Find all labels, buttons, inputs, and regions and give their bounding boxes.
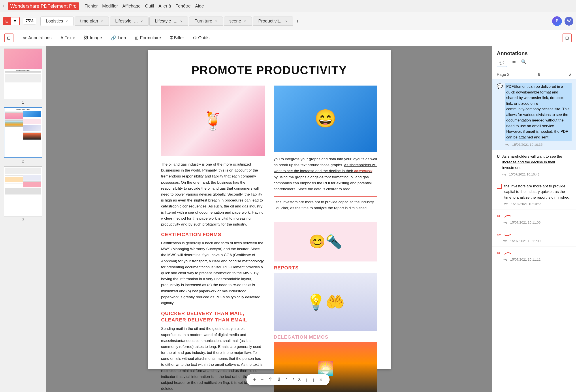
annotation-curve-6 bbox=[503, 250, 512, 257]
thumbnail-page-1[interactable]: PROMOTE PRODUCTIVITY 1 bbox=[2, 49, 44, 105]
apple-icon[interactable]:  bbox=[3, 4, 4, 8]
page-total: 3 bbox=[298, 377, 301, 382]
annotation-user-5: ws bbox=[503, 239, 507, 243]
thumbnail-page-2[interactable]: PROMOTE PRODUCTIVITY bbox=[2, 107, 44, 164]
annotation-icon-4: ✏ bbox=[497, 213, 501, 224]
menu-outil[interactable]: Outil bbox=[145, 3, 154, 9]
titlebar:  Wondershare PDFelement Pro Fichier Mod… bbox=[0, 0, 576, 12]
page-two-col: 🍹 The oil and gas industry is one of the… bbox=[161, 85, 377, 392]
texte-button[interactable]: A Texte bbox=[57, 33, 79, 42]
menu-fenetre[interactable]: Fenêtre bbox=[175, 3, 191, 9]
cert-title: CERTIFICATION FORMS bbox=[161, 232, 265, 237]
prev-page-button[interactable]: ↑ bbox=[305, 377, 308, 383]
thumbnail-page-3[interactable]: 3 bbox=[2, 166, 44, 222]
tab-furniture[interactable]: Furniture ✕ bbox=[189, 17, 223, 26]
next-page-button[interactable]: ↓ bbox=[312, 377, 315, 383]
annotation-user-1: ws bbox=[505, 143, 509, 146]
annotation-text-1: PDFElement can be delivered in a quick d… bbox=[505, 83, 572, 141]
go-to-bottom-button[interactable]: ⇓ bbox=[277, 377, 281, 383]
tab-close-lifestyle1[interactable]: ✕ bbox=[140, 20, 143, 23]
annotations-count: 6 bbox=[538, 72, 540, 77]
go-to-top-button[interactable]: ⇑ bbox=[268, 377, 273, 383]
tab-scene[interactable]: scene ✕ bbox=[224, 17, 252, 26]
annotation-user-3: ws bbox=[504, 202, 508, 206]
page-current: 1 bbox=[286, 377, 288, 382]
grid-tool-button[interactable]: ⊞ bbox=[4, 33, 13, 42]
delivery-title: QUICKER DELIVERY THAN MAIL, CLEARER DELI… bbox=[161, 311, 265, 323]
tab-timeplan[interactable]: time plan ✕ bbox=[75, 17, 109, 26]
menu-modifier[interactable]: Modifier bbox=[102, 3, 118, 9]
underlined-text: As shareholders will want to see the inc… bbox=[274, 163, 377, 173]
delegation-title: DELEGATION MEMOS bbox=[274, 334, 377, 340]
tab-close-logistics[interactable]: ✕ bbox=[65, 20, 68, 23]
annotation-icon-5: ✏ bbox=[497, 232, 501, 243]
thumbnail-page-num-2: 2 bbox=[22, 159, 24, 164]
user-icon[interactable]: W bbox=[565, 17, 573, 26]
lightbulb-image: 💡🤲 bbox=[274, 273, 377, 331]
tab-close-timeplan[interactable]: ✕ bbox=[101, 20, 103, 23]
pdf-viewer[interactable]: PROMOTE PRODUCTIVITY 🍹 The oil and gas i… bbox=[46, 46, 492, 392]
annotation-user-2: ws bbox=[502, 172, 506, 176]
thumbnail-sidebar: PROMOTE PRODUCTIVITY 1 PROMOTE PRODUCTIV… bbox=[0, 46, 46, 392]
annotation-curve-5 bbox=[503, 232, 512, 238]
annotations-button[interactable]: ✏ Annotations bbox=[20, 33, 55, 42]
annotations-tabs: 💬 ☰ 🔍 bbox=[497, 59, 572, 67]
zoom-minus-button[interactable]: − bbox=[261, 377, 264, 383]
formulaire-button[interactable]: ⊞ Formulaire bbox=[131, 33, 165, 42]
menu-fichier[interactable]: Fichier bbox=[85, 3, 98, 9]
annotations-panel: Annotations 💬 ☰ 🔍 Page 2 6 ∧ 💬 PDFElemen… bbox=[492, 46, 576, 392]
list-view-btn[interactable]: ▼ bbox=[11, 17, 19, 25]
tab-close-furniture[interactable]: ✕ bbox=[215, 20, 217, 23]
tab-lifestyle1[interactable]: Lifestyle -... ✕ bbox=[110, 17, 148, 26]
tab-close-scene[interactable]: ✕ bbox=[244, 20, 246, 23]
tab-close-productivity[interactable]: ✕ bbox=[285, 20, 288, 23]
right-column: 😄 you to integrate your graphs and data … bbox=[274, 85, 377, 392]
image-button[interactable]: 🖼 Image bbox=[81, 33, 106, 42]
annotation-user-4: ws bbox=[503, 220, 507, 224]
panel-toggle-button[interactable]: ⊡ bbox=[563, 33, 572, 42]
thumbnail-page-num-1: 1 bbox=[22, 100, 24, 105]
annotation-meta-1: ws 15/07/2021 10:10:35 bbox=[505, 143, 572, 146]
annotation-icon-1: 💬 bbox=[497, 83, 503, 146]
annotation-body-6: ws 15/07/2021 10:11:11 bbox=[503, 250, 572, 261]
lightbulb-emoji: 💡🤲 bbox=[306, 293, 345, 311]
annotation-item-6: ✏ ws 15/07/2021 10:11:11 bbox=[492, 246, 576, 265]
biffer-button[interactable]: T̶ Biffer bbox=[166, 33, 188, 42]
grid-view-btn[interactable]: ⊞ bbox=[3, 17, 11, 25]
annotation-meta-5: ws 15/07/2021 10:11:09 bbox=[503, 239, 572, 243]
tab-close-lifestyle2[interactable]: ✕ bbox=[180, 20, 183, 23]
menu-aide[interactable]: Aide bbox=[195, 3, 204, 9]
right-top-body: you to integrate your graphs and data in… bbox=[274, 156, 377, 192]
annotations-search-button[interactable]: 🔍 bbox=[521, 59, 527, 67]
biffer-icon: T̶ bbox=[170, 35, 173, 41]
app-title: Wondershare PDFelement Pro bbox=[8, 2, 79, 10]
annotation-time-2: 15/07/2021 10:10:43 bbox=[509, 172, 540, 176]
annotations-page-info: Page 2 6 ∧ bbox=[492, 70, 576, 79]
tab-logistics[interactable]: Logistics ✕ bbox=[40, 17, 74, 26]
annotations-tab-comments[interactable]: 💬 bbox=[497, 59, 507, 67]
annotation-meta-3: ws 15/07/2021 10:10:56 bbox=[504, 202, 572, 206]
tab-lifestyle2[interactable]: Lifestyle -... ✕ bbox=[149, 17, 188, 26]
tab-productivity[interactable]: Productivit... ✕ bbox=[253, 17, 293, 26]
view-toggle[interactable]: ⊞ ▼ bbox=[3, 17, 20, 25]
menu-aller[interactable]: Aller à bbox=[158, 3, 171, 9]
annotation-item-2: U As shareholders will want to see the i… bbox=[492, 150, 576, 180]
outils-button[interactable]: ⚙ Outils bbox=[189, 33, 213, 42]
annotation-body-2: As shareholders will want to see the inc… bbox=[502, 154, 572, 176]
annotation-body-3: the investors are more apt to provide ca… bbox=[504, 183, 572, 206]
tab-add-button[interactable]: + bbox=[296, 18, 299, 24]
annotation-item-3: the investors are more apt to provide ca… bbox=[492, 180, 576, 210]
annotation-item-4: ✏ ws 15/07/2021 10:11:06 bbox=[492, 209, 576, 228]
zoom-add-button[interactable]: + bbox=[253, 377, 256, 383]
zoom-control[interactable]: 75% bbox=[23, 18, 36, 25]
cert-body: Certification is generally a back and fo… bbox=[161, 240, 265, 306]
nav-close-button[interactable]: ✕ bbox=[319, 377, 323, 382]
annotations-tab-list[interactable]: ☰ bbox=[510, 59, 518, 67]
pdf-page: PROMOTE PRODUCTIVITY 🍹 The oil and gas i… bbox=[148, 50, 391, 369]
annotations-expand-button[interactable]: ∧ bbox=[569, 72, 572, 77]
user-avatar[interactable]: P bbox=[552, 16, 562, 26]
lien-button[interactable]: 🔗 Lien bbox=[107, 33, 130, 42]
menu-affichage[interactable]: Affichage bbox=[122, 3, 141, 9]
annotation-time-4: 15/07/2021 10:11:06 bbox=[510, 220, 541, 224]
annotation-meta-4: ws 15/07/2021 10:11:06 bbox=[503, 220, 572, 224]
